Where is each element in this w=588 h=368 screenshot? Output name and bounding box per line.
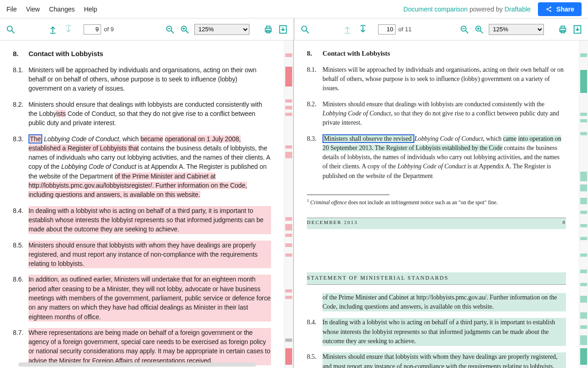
zoom-select-left[interactable]: 125% (194, 24, 249, 35)
pane-left: 8.Contact with Lobbyists 8.1.Ministers w… (0, 40, 294, 368)
zoom-out-icon[interactable] (165, 24, 175, 34)
section-number: 8. (307, 49, 322, 59)
top-right: Document comparison powered by Draftable… (403, 2, 582, 16)
page-input-left[interactable] (84, 24, 101, 34)
section-number: 8. (13, 49, 28, 59)
toolbars: of 9 125% of 11 (0, 18, 588, 40)
footnote: 1 Criminal offence does not include an i… (307, 198, 566, 207)
footnote-rule (307, 195, 390, 195)
svg-line-19 (306, 30, 309, 33)
top-bar: File View Changes Help Document comparis… (0, 0, 588, 18)
svg-rect-15 (266, 26, 270, 28)
para-text: Ministers will be approached by individu… (322, 65, 566, 93)
para-text: In addition, as outlined earlier, Minist… (28, 275, 271, 321)
change-box: The (28, 134, 42, 144)
para-text: of the Prime Minister and Cabinet at htt… (322, 293, 566, 312)
pane-right: 8.Contact with Lobbyists 8.1.Ministers w… (294, 40, 588, 368)
para-num: 8.1. (13, 65, 28, 93)
prev-change-icon[interactable] (48, 24, 58, 34)
toolbar-right: of 11 125% (294, 18, 588, 40)
svg-rect-28 (561, 26, 564, 28)
section-title-banner: STATEMENT OF MINISTERIAL STANDARDS (307, 272, 566, 284)
svg-point-18 (302, 26, 307, 31)
menu-help[interactable]: Help (84, 6, 97, 13)
zoom-in-icon[interactable] (180, 24, 190, 34)
para-num: 8.4. (307, 318, 322, 346)
next-change-icon[interactable] (63, 24, 74, 34)
powered-by: Document comparison powered by Draftable (403, 6, 531, 13)
svg-line-24 (481, 30, 483, 33)
download-icon[interactable] (278, 24, 288, 34)
page-total-left: of 9 (104, 26, 114, 33)
svg-line-6 (12, 30, 15, 33)
search-icon[interactable] (300, 24, 310, 34)
svg-line-4 (548, 9, 550, 11)
share-label: Share (556, 6, 574, 13)
para-text: The Lobbying Code of Conduct, which beca… (28, 134, 271, 200)
zoom-select-right[interactable]: 125% (489, 24, 544, 35)
menu-view[interactable]: View (26, 6, 40, 13)
para-text: Ministers should ensure that dealings wi… (28, 100, 271, 128)
para-num (307, 293, 322, 312)
change-strip-right[interactable] (579, 40, 588, 368)
share-button[interactable]: Share (538, 2, 582, 16)
para-num: 8.2. (13, 100, 28, 128)
para-num: 8.3. (13, 134, 28, 200)
print-icon[interactable] (558, 24, 568, 34)
para-text: Ministers will be approached by individu… (28, 65, 271, 93)
menu-file[interactable]: File (6, 6, 17, 13)
horizontal-scrollbar[interactable] (18, 362, 256, 367)
page-input-right[interactable] (378, 24, 396, 34)
para-text: Ministers shall observe the revised Lobb… (322, 134, 566, 181)
svg-line-8 (171, 30, 174, 33)
svg-line-21 (466, 30, 469, 33)
para-num: 8.3. (307, 134, 322, 181)
prev-change-icon[interactable] (342, 24, 352, 34)
menu-bar: File View Changes Help (6, 6, 97, 13)
svg-point-5 (7, 26, 12, 31)
document-left[interactable]: 8.Contact with Lobbyists 8.1.Ministers w… (0, 40, 284, 368)
para-num: 8.6. (13, 275, 28, 321)
para-num: 8.5. (307, 352, 322, 368)
para-text: In dealing with a lobbyist who is acting… (322, 318, 566, 346)
para-num: 8.4. (13, 206, 28, 234)
para-num: 8.2. (307, 100, 322, 128)
download-icon[interactable] (572, 24, 582, 34)
svg-line-3 (548, 7, 550, 9)
page-total-right: of 11 (398, 26, 412, 33)
app-root: File View Changes Help Document comparis… (0, 0, 588, 368)
para-text: Ministers should ensure that lobbyists w… (322, 352, 566, 368)
content-panes: 8.Contact with Lobbyists 8.1.Ministers w… (0, 40, 588, 368)
change-box: Ministers shall observe the revised (322, 134, 414, 143)
zoom-out-icon[interactable] (459, 24, 469, 34)
menu-changes[interactable]: Changes (49, 6, 75, 13)
zoom-in-icon[interactable] (474, 24, 484, 34)
toolbar-left: of 9 125% (0, 18, 294, 40)
search-icon[interactable] (6, 24, 16, 34)
section-title: Contact with Lobbyists (322, 49, 390, 59)
next-change-icon[interactable] (358, 24, 368, 34)
brand-link[interactable]: Draftable (504, 6, 531, 13)
change-strip-left[interactable] (284, 40, 293, 368)
para-num: 8.1. (307, 65, 322, 93)
doc-comparison-label: Document comparison (403, 6, 468, 13)
section-title: Contact with Lobbyists (28, 49, 103, 59)
document-right[interactable]: 8.Contact with Lobbyists 8.1.Ministers w… (294, 40, 579, 368)
para-text: Ministers should ensure that dealings wi… (322, 100, 566, 128)
powered-text: powered by (468, 6, 504, 13)
print-icon[interactable] (263, 24, 273, 34)
svg-line-11 (186, 30, 189, 33)
page-footer: DECEMBER 20138 (307, 218, 566, 229)
para-text: Ministers should ensure that lobbyists w… (28, 241, 271, 269)
para-num: 8.5. (13, 241, 28, 269)
para-text: In dealing with a lobbyist who is acting… (28, 206, 271, 234)
para-text: Where representations are being made on … (28, 328, 271, 365)
share-icon (545, 6, 553, 13)
para-num: 8.7. (13, 328, 28, 365)
